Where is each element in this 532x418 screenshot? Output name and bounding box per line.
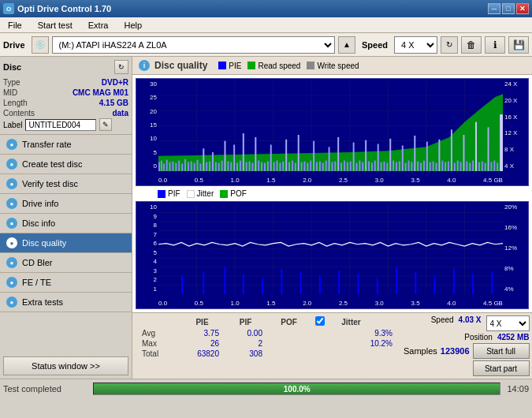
samples-value: 123906 bbox=[441, 346, 470, 356]
svg-rect-31 bbox=[209, 162, 210, 171]
svg-rect-42 bbox=[243, 133, 244, 171]
nav-icon-verify-test-disc: ● bbox=[6, 178, 17, 189]
svg-rect-71 bbox=[331, 162, 333, 172]
svg-rect-113 bbox=[460, 162, 462, 172]
start-part-row: Start part bbox=[473, 360, 530, 376]
svg-rect-33 bbox=[215, 162, 217, 172]
svg-rect-94 bbox=[402, 145, 404, 171]
chart1-x-labels: 0.00.51.01.52.02.53.03.54.04.5 GB bbox=[158, 177, 503, 184]
svg-rect-119 bbox=[478, 162, 480, 172]
nav-btn-transfer-rate[interactable]: ●Transfer rate bbox=[0, 135, 132, 155]
status-window-button[interactable]: Status window >> bbox=[3, 356, 128, 375]
nav-label-cd-bler: CD Bler bbox=[22, 258, 53, 267]
speed-select2[interactable]: 4 X bbox=[486, 315, 530, 331]
legend-pie-box bbox=[218, 62, 226, 69]
svg-rect-76 bbox=[347, 162, 348, 172]
menu-start-test[interactable]: Start test bbox=[33, 19, 77, 32]
start-part-button[interactable]: Start part bbox=[473, 360, 530, 376]
svg-rect-73 bbox=[337, 137, 339, 171]
svg-rect-146 bbox=[225, 267, 226, 295]
svg-rect-34 bbox=[218, 162, 220, 171]
svg-rect-95 bbox=[405, 162, 407, 171]
svg-rect-24 bbox=[188, 162, 189, 172]
svg-rect-47 bbox=[258, 161, 259, 171]
nav-label-drive-info: Drive info bbox=[22, 199, 58, 208]
nav-icon-drive-info: ● bbox=[6, 198, 17, 209]
close-button[interactable]: ✕ bbox=[516, 3, 529, 14]
svg-rect-152 bbox=[338, 271, 340, 294]
menu-file[interactable]: File bbox=[3, 19, 27, 32]
stats-total-pie: 63820 bbox=[180, 349, 224, 359]
stats-max-pof bbox=[267, 343, 311, 345]
right-panel: i Disc quality PIE Read speed Write spee… bbox=[132, 57, 532, 379]
svg-rect-22 bbox=[181, 163, 183, 171]
maximize-button[interactable]: □ bbox=[502, 3, 515, 14]
chart2-y-labels-right: 20%16%12%8%4% bbox=[503, 202, 528, 294]
disc-quality-icon: i bbox=[139, 60, 150, 71]
svg-rect-54 bbox=[279, 162, 281, 171]
legend-pie-label: PIE bbox=[229, 62, 241, 70]
svg-rect-92 bbox=[396, 162, 397, 172]
disc-length-label: Length bbox=[3, 99, 28, 107]
stats-jitter-header: Jitter bbox=[329, 317, 373, 327]
nav-btn-cd-bler[interactable]: ●CD Bler bbox=[0, 253, 132, 273]
svg-rect-101 bbox=[423, 161, 425, 171]
svg-rect-157 bbox=[434, 276, 436, 294]
menu-help[interactable]: Help bbox=[119, 19, 147, 32]
nav-btn-create-test-disc[interactable]: ●Create test disc bbox=[0, 155, 132, 174]
drive-eject-button[interactable]: ▲ bbox=[338, 36, 355, 54]
svg-rect-125 bbox=[497, 162, 498, 171]
svg-rect-48 bbox=[261, 162, 262, 172]
nav-btn-drive-info[interactable]: ●Drive info bbox=[0, 194, 132, 214]
left-panel: Disc ↻ Type DVD+R MID CMC MAG M01 Length… bbox=[0, 57, 132, 379]
label-edit-button[interactable]: ✎ bbox=[99, 118, 112, 131]
disc-label-input[interactable] bbox=[25, 119, 96, 131]
svg-rect-123 bbox=[490, 162, 492, 172]
bottom-stats: PIE PIF POF Jitter Avg 3.75 0.00 9.3% Ma… bbox=[132, 312, 532, 379]
save-button[interactable]: 💾 bbox=[508, 36, 529, 54]
svg-rect-80 bbox=[359, 161, 360, 171]
erase-button[interactable]: 🗑 bbox=[461, 36, 482, 54]
menu-extra[interactable]: Extra bbox=[84, 19, 113, 32]
stats-avg-row: Avg 3.75 0.00 9.3% bbox=[137, 328, 397, 338]
chart2-content bbox=[158, 203, 503, 294]
svg-rect-153 bbox=[357, 274, 359, 294]
info-button[interactable]: ℹ bbox=[485, 36, 505, 54]
svg-rect-25 bbox=[191, 162, 192, 171]
svg-rect-160 bbox=[491, 271, 493, 294]
svg-rect-103 bbox=[430, 162, 431, 172]
svg-rect-50 bbox=[267, 162, 269, 171]
svg-rect-107 bbox=[441, 161, 443, 171]
start-full-button[interactable]: Start full bbox=[473, 343, 530, 359]
menu-bar: File Start test Extra Help bbox=[0, 17, 532, 33]
svg-rect-23 bbox=[184, 159, 186, 171]
disc-refresh-button[interactable]: ↻ bbox=[114, 60, 128, 74]
legend2-pof-box bbox=[220, 190, 228, 198]
speed-select[interactable]: 4 X bbox=[394, 36, 437, 54]
svg-rect-38 bbox=[230, 162, 232, 172]
charts-area: 302520151050 24 X20 X16 X12 X8 X4 X bbox=[132, 75, 532, 312]
nav-btn-disc-quality[interactable]: ●Disc quality bbox=[0, 233, 132, 253]
chart1-legend: PIE Read speed Write speed bbox=[218, 62, 359, 70]
nav-icon-disc-quality: ● bbox=[6, 237, 17, 248]
nav-btn-disc-info[interactable]: ●Disc info bbox=[0, 214, 132, 233]
disc-type-label: Type bbox=[3, 78, 20, 87]
minimize-button[interactable]: ─ bbox=[488, 3, 500, 14]
nav-btn-fe-te[interactable]: ●FE / TE bbox=[0, 273, 132, 293]
svg-rect-57 bbox=[288, 162, 290, 172]
nav-btn-verify-test-disc[interactable]: ●Verify test disc bbox=[0, 174, 132, 194]
nav-icon-create-test-disc: ● bbox=[6, 159, 17, 170]
chart2-svg bbox=[158, 203, 503, 294]
svg-rect-148 bbox=[262, 278, 263, 294]
svg-rect-122 bbox=[488, 127, 489, 171]
svg-rect-159 bbox=[472, 274, 474, 294]
refresh-button[interactable]: ↻ bbox=[441, 36, 458, 54]
drive-select[interactable]: (M:) ATAPI iHAS224 A ZL0A bbox=[52, 36, 335, 54]
svg-rect-100 bbox=[420, 162, 422, 171]
svg-rect-70 bbox=[329, 147, 330, 171]
svg-rect-98 bbox=[414, 136, 415, 171]
svg-rect-156 bbox=[415, 272, 416, 294]
svg-rect-15 bbox=[161, 161, 162, 171]
svg-rect-145 bbox=[203, 271, 204, 294]
nav-btn-extra-tests[interactable]: ●Extra tests bbox=[0, 293, 132, 312]
